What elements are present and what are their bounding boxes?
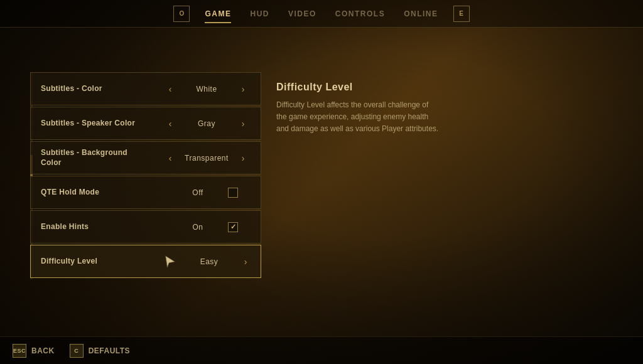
cursor-icon <box>161 253 179 270</box>
qte-label: QTE Hold Mode <box>31 188 160 198</box>
tab-game[interactable]: GAME <box>196 7 240 21</box>
difficulty-value: Easy <box>184 257 234 266</box>
settings-row-subtitles-speaker[interactable]: Subtitles - Speaker Color ‹ Gray › <box>30 107 261 140</box>
qte-control: Off <box>160 188 261 198</box>
nav-icon-right[interactable]: E <box>453 6 470 22</box>
hints-value: On <box>173 223 223 232</box>
subtitles-color-label: Subtitles - Color <box>31 84 160 94</box>
settings-row-subtitles-color[interactable]: Subtitles - Color ‹ White › <box>30 72 261 105</box>
qte-value: Off <box>173 188 223 197</box>
bottom-bar: ESC Back C Defaults <box>0 336 643 364</box>
back-key-badge: ESC <box>13 344 26 358</box>
qte-checkbox[interactable] <box>228 188 238 198</box>
subtitles-bg-value: Transparent <box>181 154 232 163</box>
back-button[interactable]: ESC Back <box>13 344 55 358</box>
subtitles-speaker-next[interactable]: › <box>237 117 249 130</box>
tab-video[interactable]: VIDEO <box>279 7 325 21</box>
nav-icon-left[interactable]: O <box>173 6 190 22</box>
defaults-button[interactable]: C Defaults <box>70 344 130 358</box>
top-nav: O GAME HUD VIDEO CONTROLS ONLINE E <box>0 0 643 28</box>
settings-panel: Subtitles - Color ‹ White › Subtitles - … <box>30 72 261 279</box>
subtitles-speaker-label: Subtitles - Speaker Color <box>31 119 160 129</box>
subtitles-color-control: ‹ White › <box>160 83 261 95</box>
settings-row-hints[interactable]: Enable Hints On <box>30 210 261 244</box>
subtitles-color-prev[interactable]: ‹ <box>164 83 176 95</box>
svg-marker-0 <box>166 255 175 267</box>
settings-row-difficulty[interactable]: Difficulty Level Easy › <box>30 245 261 278</box>
defaults-label: Defaults <box>89 346 130 355</box>
nav-icon-left-label: O <box>180 10 185 17</box>
difficulty-control: Easy › <box>160 253 261 270</box>
subtitles-color-value: White <box>181 85 232 94</box>
info-description: Difficulty Level affects the overall cha… <box>276 99 440 136</box>
hints-control: On <box>160 222 261 232</box>
subtitles-speaker-prev[interactable]: ‹ <box>164 117 176 130</box>
tab-controls[interactable]: CONTROLS <box>327 7 394 21</box>
nav-icon-right-label: E <box>459 10 463 17</box>
tab-online[interactable]: ONLINE <box>395 7 446 21</box>
settings-row-qte[interactable]: QTE Hold Mode Off <box>30 176 261 209</box>
info-panel: Difficulty Level Difficulty Level affect… <box>276 82 440 136</box>
subtitles-bg-label: Subtitles - Background Color <box>31 148 160 168</box>
subtitles-bg-prev[interactable]: ‹ <box>164 152 176 164</box>
subtitles-bg-control: ‹ Transparent › <box>160 152 261 164</box>
hints-checkbox[interactable] <box>228 222 238 232</box>
tab-hud[interactable]: HUD <box>241 7 278 21</box>
subtitles-speaker-value: Gray <box>181 119 232 128</box>
difficulty-next[interactable]: › <box>239 255 252 268</box>
hints-label: Enable Hints <box>31 222 160 232</box>
subtitles-speaker-control: ‹ Gray › <box>160 117 261 130</box>
info-title: Difficulty Level <box>276 82 440 93</box>
defaults-key-badge: C <box>70 344 84 358</box>
back-label: Back <box>31 346 55 355</box>
subtitles-bg-next[interactable]: › <box>237 152 249 164</box>
subtitles-color-next[interactable]: › <box>237 83 249 95</box>
settings-row-subtitles-bg[interactable]: Subtitles - Background Color ‹ Transpare… <box>30 141 261 174</box>
difficulty-label: Difficulty Level <box>31 257 160 267</box>
